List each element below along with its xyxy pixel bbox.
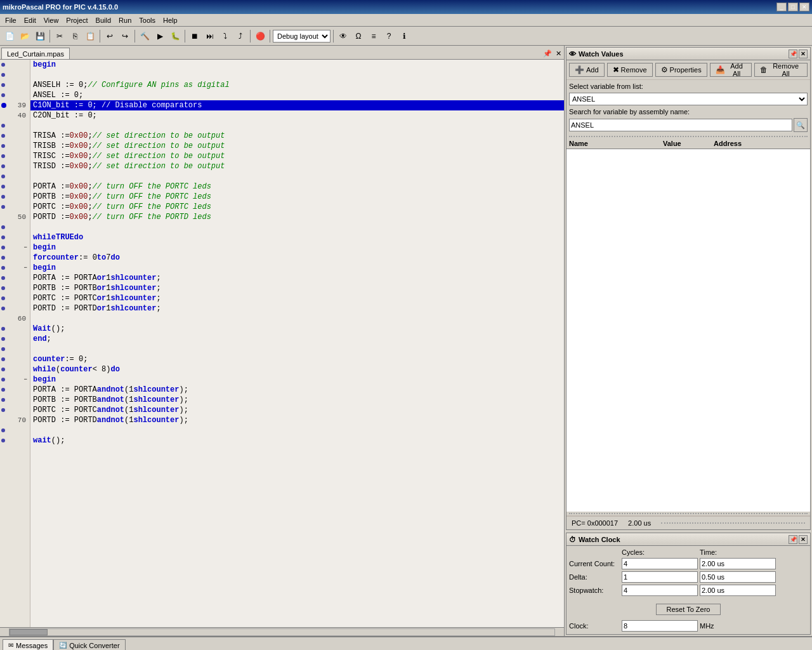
watch-remove-button[interactable]: ✖ Remove: [607, 63, 653, 77]
breakpoint-indicator[interactable]: [1, 63, 5, 67]
close-button[interactable]: ✕: [799, 3, 809, 11]
code-line[interactable]: [30, 425, 564, 435]
step-out-button[interactable]: ⤴: [233, 29, 247, 43]
editor-tab-led-curtain[interactable]: Led_Curtain.mpas: [1, 48, 70, 59]
breakpoint-indicator[interactable]: [1, 276, 5, 280]
current-count-cycles-input[interactable]: [622, 558, 698, 569]
breakpoint-indicator[interactable]: [1, 246, 5, 249]
watch-button[interactable]: 👁: [336, 29, 350, 43]
breakpoint-indicator[interactable]: [1, 307, 5, 310]
gutter-row[interactable]: 39: [0, 100, 30, 110]
redo-button[interactable]: ↪: [118, 29, 132, 43]
gutter-row[interactable]: [0, 90, 30, 100]
cut-button[interactable]: ✂: [53, 29, 67, 43]
menu-item-help[interactable]: Help: [159, 15, 181, 25]
memory-button[interactable]: Ω: [351, 29, 365, 43]
code-line[interactable]: for counter := 0 to 7 do: [30, 253, 564, 263]
code-line[interactable]: begin: [30, 60, 564, 70]
horizontal-scrollbar[interactable]: [0, 627, 564, 636]
watch-add-all-button[interactable]: 📥 Add All: [710, 63, 752, 77]
gutter-row[interactable]: [0, 151, 30, 161]
breakpoint-indicator[interactable]: [1, 266, 5, 270]
stop-button[interactable]: ⏹: [188, 29, 202, 43]
code-line[interactable]: PORTC := PORTC or 1 shl counter;: [30, 293, 564, 303]
new-button[interactable]: 📄: [3, 29, 16, 43]
code-line[interactable]: PORTA := PORTA and not(1 shl counter);: [30, 385, 564, 395]
breakpoint-indicator[interactable]: [1, 205, 5, 209]
breakpoint-indicator[interactable]: [1, 164, 5, 168]
breakpoint-indicator[interactable]: [1, 347, 5, 351]
clock-freq-input[interactable]: [622, 620, 698, 632]
breakpoint-indicator[interactable]: [1, 185, 5, 189]
code-line[interactable]: PORTA := 0x00; // turn OFF the PORTC led…: [30, 182, 564, 192]
collapse-icon[interactable]: −: [24, 244, 27, 251]
maximize-button[interactable]: □: [788, 3, 798, 11]
breakpoint-indicator[interactable]: [1, 256, 5, 260]
code-line[interactable]: while (counter < 8) do: [30, 364, 564, 375]
watch-variable-dropdown[interactable]: ANSEL: [569, 93, 808, 105]
watch-search-input[interactable]: [569, 119, 792, 131]
gutter-row[interactable]: [0, 60, 30, 70]
current-count-time-input[interactable]: [700, 558, 776, 569]
open-button[interactable]: 📂: [18, 29, 32, 43]
about-button[interactable]: ℹ: [397, 29, 411, 43]
code-line[interactable]: PORTB := PORTB and not(1 shl counter);: [30, 395, 564, 405]
breakpoint-indicator[interactable]: [1, 327, 5, 331]
breakpoint-indicator[interactable]: [1, 398, 5, 402]
gutter-row[interactable]: [0, 70, 30, 80]
menu-item-file[interactable]: File: [1, 15, 20, 25]
gutter-row[interactable]: [0, 334, 30, 344]
breakpoint-indicator[interactable]: [1, 83, 5, 87]
breakpoint-indicator[interactable]: [1, 73, 5, 77]
code-line[interactable]: PORTC := 0x00; // turn OFF the PORTC led…: [30, 202, 564, 212]
editor-tab-controls[interactable]: 📌 ✕: [542, 48, 563, 59]
watch-clock-controls[interactable]: 📌 ✕: [789, 535, 808, 544]
watch-clock-pin-button[interactable]: 📌: [789, 535, 797, 544]
gutter-row[interactable]: [0, 131, 30, 141]
build-button[interactable]: 🔨: [138, 29, 152, 43]
code-line[interactable]: PORTB := PORTB or 1 shl counter;: [30, 283, 564, 293]
converter-tab[interactable]: 🔄 Quick Converter: [53, 639, 125, 650]
scroll-track[interactable]: [9, 628, 555, 636]
minimize-button[interactable]: _: [776, 3, 787, 11]
breakpoint-indicator[interactable]: [1, 428, 5, 432]
watch-properties-button[interactable]: ⚙ Properties: [655, 63, 707, 77]
copy-button[interactable]: ⎘: [68, 29, 82, 43]
paste-button[interactable]: 📋: [83, 29, 97, 43]
menu-item-view[interactable]: View: [40, 15, 63, 25]
close-tab-icon[interactable]: ✕: [554, 48, 563, 59]
sfr-button[interactable]: ≡: [367, 29, 381, 43]
gutter-row[interactable]: [0, 385, 30, 395]
gutter-row[interactable]: [0, 425, 30, 435]
gutter-row[interactable]: [0, 80, 30, 90]
code-line[interactable]: TRISD := 0x00; // set direction to be ou…: [30, 161, 564, 171]
gutter-row[interactable]: [0, 222, 30, 232]
watch-values-pin-button[interactable]: 📌: [789, 50, 797, 58]
gutter-row[interactable]: [0, 344, 30, 354]
gutter-row[interactable]: [0, 354, 30, 364]
gutter-row[interactable]: −: [0, 375, 30, 385]
menu-item-build[interactable]: Build: [92, 15, 115, 25]
code-line[interactable]: begin: [30, 242, 564, 253]
menu-item-run[interactable]: Run: [115, 15, 135, 25]
code-line[interactable]: Wait();: [30, 324, 564, 334]
code-line[interactable]: C2ON_bit := 0;: [30, 110, 564, 121]
code-line[interactable]: C1ON_bit := 0; // Disable comparators: [30, 100, 564, 110]
messages-tab[interactable]: ✉ Messages: [3, 639, 53, 650]
gutter-row[interactable]: [0, 395, 30, 405]
watch-add-button[interactable]: ➕ Add: [569, 63, 605, 77]
help-button[interactable]: ?: [382, 29, 396, 43]
code-line[interactable]: PORTD := 0x00; // turn OFF the PORTD led…: [30, 212, 564, 222]
reset-to-zero-button[interactable]: Reset To Zero: [656, 604, 721, 615]
save-button[interactable]: 💾: [33, 29, 47, 43]
gutter-row[interactable]: 40: [0, 110, 30, 121]
gutter-row[interactable]: [0, 202, 30, 212]
code-line[interactable]: ANSELH := 0; // Configure AN pins as dig…: [30, 80, 564, 90]
breakpoint-indicator[interactable]: [1, 388, 5, 392]
code-line[interactable]: counter := 0;: [30, 354, 564, 364]
breakpoint-indicator[interactable]: [1, 93, 5, 97]
code-line[interactable]: end;: [30, 334, 564, 344]
gutter-row[interactable]: [0, 253, 30, 263]
gutter-row[interactable]: [0, 171, 30, 182]
gutter-row[interactable]: [0, 192, 30, 202]
